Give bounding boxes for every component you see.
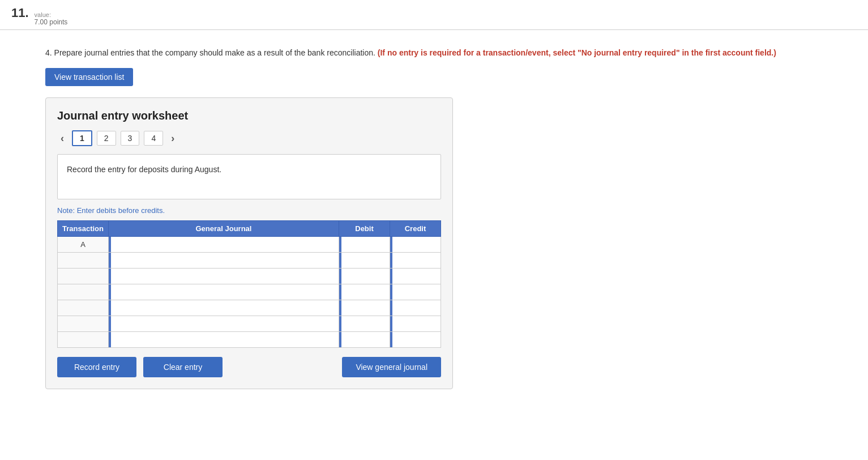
debit-cell-6[interactable] <box>339 316 390 332</box>
debit-input-2[interactable] <box>339 253 390 268</box>
question-text: 4. Prepare journal entries that the comp… <box>45 47 845 59</box>
credit-cell-1[interactable] <box>390 237 441 253</box>
transaction-cell-4 <box>58 284 109 300</box>
general-journal-cell-3[interactable] <box>108 269 339 284</box>
general-journal-input-4[interactable] <box>109 284 339 300</box>
credit-cell-5[interactable] <box>390 300 441 316</box>
credit-cell-7[interactable] <box>390 332 441 348</box>
question-note: (If no entry is required for a transacti… <box>378 48 776 57</box>
prev-arrow[interactable]: ‹ <box>57 131 67 146</box>
col-header-transaction: Transaction <box>58 221 109 237</box>
transaction-cell-3 <box>58 269 109 284</box>
main-content: 4. Prepare journal entries that the comp… <box>0 30 868 412</box>
top-bar: 11. value: 7.00 points <box>0 0 868 30</box>
credit-input-2[interactable] <box>390 253 441 268</box>
table-row <box>58 300 441 316</box>
tab-navigation: ‹ 1 2 3 4 › <box>57 130 441 146</box>
next-arrow[interactable]: › <box>168 131 178 146</box>
general-journal-cell-6[interactable] <box>108 316 339 332</box>
transaction-cell-2 <box>58 253 109 269</box>
col-header-debit: Debit <box>339 221 390 237</box>
general-journal-input-1[interactable] <box>109 237 339 252</box>
general-journal-input-3[interactable] <box>109 269 339 284</box>
tab-2[interactable]: 2 <box>97 131 116 146</box>
credit-input-5[interactable] <box>390 300 441 316</box>
transaction-cell-5 <box>58 300 109 316</box>
general-journal-input-2[interactable] <box>109 253 339 268</box>
credit-cell-6[interactable] <box>390 316 441 332</box>
debit-input-6[interactable] <box>339 316 390 331</box>
tab-1[interactable]: 1 <box>72 130 92 146</box>
tab-4[interactable]: 4 <box>144 131 163 146</box>
worksheet-title: Journal entry worksheet <box>57 109 441 122</box>
view-transaction-button[interactable]: View transaction list <box>45 68 133 86</box>
clear-entry-button[interactable]: Clear entry <box>143 357 223 377</box>
note-text: Note: Enter debits before credits. <box>57 206 441 215</box>
table-header-row: Transaction General Journal Debit Credit <box>58 221 441 237</box>
tab-3[interactable]: 3 <box>121 131 140 146</box>
value-label-text: value: <box>35 11 68 18</box>
debit-cell-3[interactable] <box>339 269 390 284</box>
debit-input-3[interactable] <box>339 269 390 284</box>
credit-input-4[interactable] <box>390 284 441 300</box>
debit-input-7[interactable] <box>339 332 390 347</box>
question-number-inline: 4. <box>45 48 54 57</box>
view-general-journal-button[interactable]: View general journal <box>342 357 441 377</box>
worksheet-container: Journal entry worksheet ‹ 1 2 3 4 › Reco… <box>45 97 453 389</box>
credit-input-7[interactable] <box>390 332 441 347</box>
general-journal-input-6[interactable] <box>109 316 339 331</box>
credit-input-1[interactable] <box>390 237 441 252</box>
table-row: A <box>58 237 441 253</box>
debit-cell-7[interactable] <box>339 332 390 348</box>
buttons-row: Record entry Clear entry View general jo… <box>57 357 441 377</box>
debit-cell-1[interactable] <box>339 237 390 253</box>
credit-cell-2[interactable] <box>390 253 441 269</box>
debit-input-4[interactable] <box>339 284 390 300</box>
general-journal-cell-1[interactable] <box>108 237 339 253</box>
table-row <box>58 253 441 269</box>
general-journal-cell-5[interactable] <box>108 300 339 316</box>
value-info: value: 7.00 points <box>35 11 68 26</box>
credit-input-3[interactable] <box>390 269 441 284</box>
col-header-general-journal: General Journal <box>108 221 339 237</box>
instruction-box: Record the entry for deposits during Aug… <box>57 154 441 199</box>
debit-input-1[interactable] <box>339 237 390 252</box>
table-row <box>58 269 441 284</box>
question-number: 11. <box>11 6 29 20</box>
credit-input-6[interactable] <box>390 316 441 331</box>
journal-table: Transaction General Journal Debit Credit… <box>57 220 441 348</box>
transaction-cell-7 <box>58 332 109 348</box>
transaction-cell-6 <box>58 316 109 332</box>
general-journal-cell-7[interactable] <box>108 332 339 348</box>
col-header-credit: Credit <box>390 221 441 237</box>
instruction-text: Record the entry for deposits during Aug… <box>67 165 221 174</box>
debit-input-5[interactable] <box>339 300 390 316</box>
credit-cell-4[interactable] <box>390 284 441 300</box>
debit-cell-5[interactable] <box>339 300 390 316</box>
table-row <box>58 316 441 332</box>
table-row <box>58 284 441 300</box>
record-entry-button[interactable]: Record entry <box>57 357 136 377</box>
credit-cell-3[interactable] <box>390 269 441 284</box>
question-body: Prepare journal entries that the company… <box>54 48 378 57</box>
general-journal-cell-2[interactable] <box>108 253 339 269</box>
general-journal-cell-4[interactable] <box>108 284 339 300</box>
points-value: 7.00 points <box>35 18 68 26</box>
transaction-cell-1: A <box>58 237 109 253</box>
general-journal-input-5[interactable] <box>109 300 339 316</box>
debit-cell-4[interactable] <box>339 284 390 300</box>
debit-cell-2[interactable] <box>339 253 390 269</box>
general-journal-input-7[interactable] <box>109 332 339 347</box>
table-row <box>58 332 441 348</box>
